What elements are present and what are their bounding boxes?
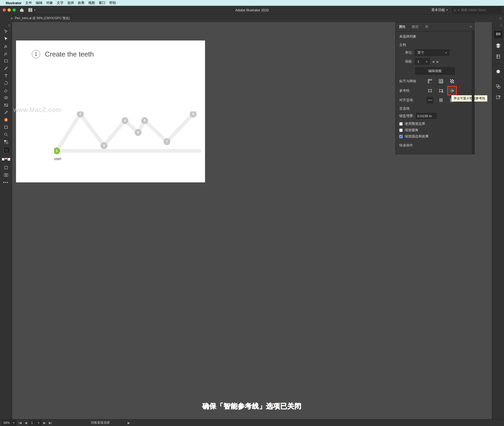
curvature-tool[interactable]: [2, 50, 10, 57]
artboard-title: Create the teeth: [45, 50, 94, 58]
svg-text:1: 1: [56, 149, 58, 153]
app-name[interactable]: Illustrator: [6, 1, 22, 5]
color-mode-buttons[interactable]: [2, 156, 10, 163]
menu-help[interactable]: 帮助: [109, 1, 116, 5]
window-controls: [3, 8, 16, 12]
svg-text:8: 8: [192, 112, 194, 116]
svg-point-2: [6, 46, 7, 46]
arrange-documents-button[interactable]: ▾: [28, 8, 35, 12]
edit-toolbar-button[interactable]: •••: [2, 179, 10, 186]
svg-point-10: [4, 133, 7, 135]
document-tab-label: Pen_intro.ai @ 58% (CMYK/GPU 预览): [15, 16, 70, 20]
home-icon[interactable]: [19, 8, 24, 12]
svg-rect-1: [30, 8, 32, 12]
shape-builder-tool[interactable]: [2, 94, 10, 101]
svg-rect-3: [4, 60, 8, 62]
window-minimize-button[interactable]: [8, 8, 11, 12]
close-tab-icon[interactable]: ×: [10, 16, 13, 20]
menu-object[interactable]: 对象: [46, 1, 53, 5]
screen-mode-button[interactable]: [2, 172, 10, 178]
app-title: Adobe Illustrator 2020: [235, 8, 269, 12]
rectangle-tool[interactable]: [2, 58, 10, 64]
type-tool[interactable]: [2, 72, 10, 79]
toolbar: ⟩⟩ Z •••: [0, 22, 12, 265]
svg-text:7: 7: [166, 140, 168, 143]
document-tabbar: × Pen_intro.ai @ 58% (CMYK/GPU 预览) ⟨⟨: [0, 14, 315, 22]
menu-effect[interactable]: 效果: [78, 1, 85, 5]
svg-rect-9: [4, 126, 7, 129]
titlebar: ▾ Adobe Illustrator 2020 基本功能 ▾ ⌕ ▾: [0, 6, 315, 14]
main-area: ⟩⟩ Z •••: [0, 22, 315, 265]
pen-tool[interactable]: [2, 43, 10, 50]
eraser-tool[interactable]: [2, 87, 10, 94]
paintbrush-tool[interactable]: [2, 65, 10, 72]
menu-select[interactable]: 选择: [67, 1, 74, 5]
svg-rect-14: [4, 174, 6, 177]
menu-view[interactable]: 视图: [88, 1, 95, 5]
svg-rect-11: [4, 140, 6, 142]
eyedropper-tool[interactable]: [2, 109, 10, 116]
direct-selection-tool[interactable]: [2, 35, 10, 42]
watermark: www.MacZ.com: [13, 106, 61, 114]
window-zoom-button[interactable]: [13, 8, 16, 12]
svg-rect-13: [4, 166, 7, 169]
svg-text:Z: Z: [5, 119, 7, 121]
document-tab[interactable]: × Pen_intro.ai @ 58% (CMYK/GPU 预览): [10, 16, 70, 20]
step-number: 1: [32, 50, 40, 58]
app-window: ▾ Adobe Illustrator 2020 基本功能 ▾ ⌕ ▾ × Pe…: [0, 6, 315, 265]
svg-rect-15: [6, 174, 8, 177]
menu-edit[interactable]: 编辑: [36, 1, 43, 5]
canvas[interactable]: 1 Create the teeth 1 2 3 4 5 6 7 8 start: [12, 22, 315, 265]
menu-type[interactable]: 文字: [57, 1, 64, 5]
window-close-button[interactable]: [3, 8, 6, 12]
swap-fill-stroke-icon[interactable]: [2, 138, 10, 145]
rotate-tool[interactable]: [2, 80, 10, 86]
fill-stroke-indicator[interactable]: [2, 146, 10, 155]
gradient-tool[interactable]: [2, 102, 10, 109]
menu-window[interactable]: 窗口: [99, 1, 106, 5]
svg-text:6: 6: [144, 119, 146, 122]
collapse-toolbar-icon[interactable]: ⟩⟩: [8, 24, 10, 27]
teeth-path-graphic: 1 2 3 4 5 6 7 8: [54, 111, 201, 159]
svg-rect-12: [6, 142, 8, 144]
draw-mode-button[interactable]: [2, 164, 10, 171]
zoom-context-icon[interactable]: Z: [2, 116, 10, 123]
menu-file[interactable]: 文件: [25, 1, 32, 5]
svg-text:2: 2: [80, 112, 81, 116]
svg-text:3: 3: [103, 144, 105, 147]
selection-tool[interactable]: [2, 28, 10, 35]
macos-menubar: Illustrator 文件 编辑 对象 文字 选择 效果 视图 窗口 帮助: [0, 0, 315, 6]
svg-text:4: 4: [124, 119, 126, 122]
start-label: start: [54, 157, 61, 161]
svg-rect-0: [28, 8, 30, 12]
zoom-tool[interactable]: [2, 131, 10, 138]
svg-text:5: 5: [137, 131, 139, 134]
artboard-tool[interactable]: [2, 124, 10, 131]
